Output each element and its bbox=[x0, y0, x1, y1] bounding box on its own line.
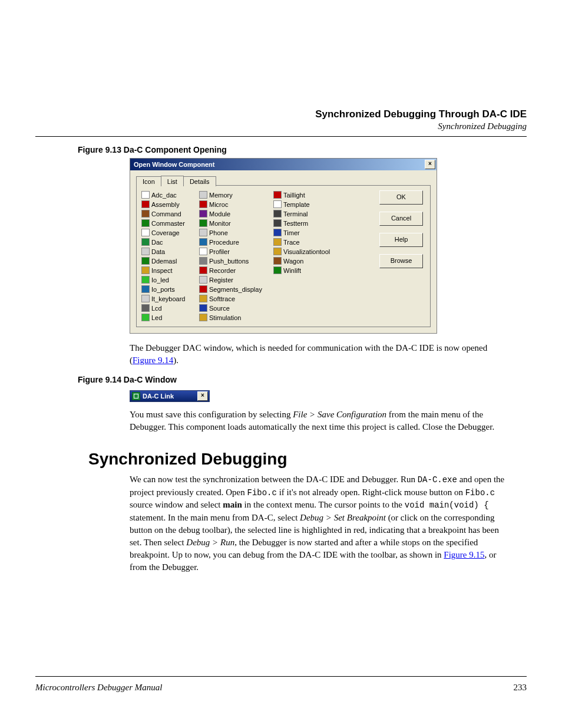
component-item-assembly[interactable]: Assembly bbox=[141, 200, 196, 209]
code: DA-C.exe bbox=[418, 475, 457, 485]
component-item-dac[interactable]: Dac bbox=[141, 238, 196, 246]
component-item-procedure[interactable]: Procedure bbox=[199, 238, 270, 246]
paragraph-3: We can now test the synchronization betw… bbox=[130, 473, 509, 574]
component-item-phone[interactable]: Phone bbox=[199, 228, 270, 237]
component-item-commaster[interactable]: Commaster bbox=[141, 219, 196, 228]
component-label: Adc_dac bbox=[151, 192, 177, 199]
component-icon bbox=[141, 266, 150, 274]
component-label: Inspect bbox=[151, 267, 172, 274]
component-item-ddemasl[interactable]: Ddemasl bbox=[141, 256, 196, 265]
component-icon bbox=[199, 210, 207, 218]
code: Fibo.c bbox=[247, 488, 277, 498]
component-label: Recorder bbox=[209, 267, 236, 274]
component-label: Ddemasl bbox=[151, 258, 177, 265]
component-item-command[interactable]: Command bbox=[141, 209, 196, 218]
figure-915-link[interactable]: Figure 9.15 bbox=[444, 550, 484, 559]
header-section: Synchronized Debugging bbox=[35, 121, 527, 131]
component-label: Commaster bbox=[151, 220, 185, 227]
component-item-module[interactable]: Module bbox=[199, 209, 270, 218]
ok-button[interactable]: OK bbox=[379, 190, 423, 205]
dialog-body: Adc_dacAssemblyCommandCommasterCoverageD… bbox=[136, 185, 431, 327]
component-label: Register bbox=[209, 276, 233, 284]
component-item-register[interactable]: Register bbox=[199, 275, 270, 284]
component-icon bbox=[141, 219, 150, 227]
text: statement. In the main menu from DA-C, s… bbox=[130, 513, 300, 522]
component-item-it_keyboard[interactable]: It_keyboard bbox=[141, 294, 196, 303]
component-icon bbox=[273, 257, 282, 265]
text: You must save this configuration by sele… bbox=[130, 410, 293, 419]
component-item-softtrace[interactable]: Softtrace bbox=[199, 294, 270, 303]
component-item-segments_display[interactable]: Segments_display bbox=[199, 285, 270, 294]
component-item-inspect[interactable]: Inspect bbox=[141, 266, 196, 275]
component-label: Visualizationtool bbox=[283, 248, 330, 255]
component-item-timer[interactable]: Timer bbox=[273, 228, 338, 237]
component-item-data[interactable]: Data bbox=[141, 247, 196, 256]
component-icon bbox=[141, 314, 150, 321]
component-item-template[interactable]: Template bbox=[273, 200, 338, 209]
cancel-button[interactable]: Cancel bbox=[379, 212, 423, 226]
component-icon bbox=[199, 285, 207, 293]
component-item-coverage[interactable]: Coverage bbox=[141, 228, 196, 237]
component-label: Led bbox=[151, 314, 162, 321]
component-icon bbox=[273, 219, 282, 227]
component-item-microc[interactable]: Microc bbox=[199, 200, 270, 209]
text: ). bbox=[173, 355, 178, 365]
code: Fibo.c bbox=[465, 488, 495, 498]
component-item-io_led[interactable]: Io_led bbox=[141, 275, 196, 284]
figure-914-link[interactable]: Figure 9.14 bbox=[133, 355, 173, 365]
component-icon bbox=[199, 295, 207, 302]
component-item-terminal[interactable]: Terminal bbox=[273, 209, 338, 218]
component-item-push_buttons[interactable]: Push_buttons bbox=[199, 256, 270, 265]
component-icon bbox=[273, 191, 282, 199]
help-button[interactable]: Help bbox=[379, 233, 423, 247]
component-item-monitor[interactable]: Monitor bbox=[199, 219, 270, 228]
component-item-wagon[interactable]: Wagon bbox=[273, 256, 338, 265]
component-label: Coverage bbox=[151, 229, 180, 236]
component-item-trace[interactable]: Trace bbox=[273, 238, 338, 246]
text: source window and select bbox=[130, 500, 223, 509]
component-icon bbox=[273, 229, 282, 236]
component-icon bbox=[199, 200, 207, 208]
tab-list[interactable]: List bbox=[161, 176, 184, 186]
code: void main(void) { bbox=[405, 500, 489, 510]
component-item-stimulation[interactable]: Stimulation bbox=[199, 313, 270, 322]
component-label: Io_ports bbox=[151, 286, 175, 293]
component-item-lcd[interactable]: Lcd bbox=[141, 304, 196, 312]
component-label: Terminal bbox=[283, 210, 308, 218]
component-item-recorder[interactable]: Recorder bbox=[199, 266, 270, 275]
open-window-component-dialog: Open Window Component × Icon List Detail… bbox=[130, 158, 437, 334]
component-label: Template bbox=[283, 201, 310, 208]
component-label: Softtrace bbox=[209, 295, 235, 302]
component-item-source[interactable]: Source bbox=[199, 304, 270, 312]
component-item-memory[interactable]: Memory bbox=[199, 190, 270, 199]
component-item-adc_dac[interactable]: Adc_dac bbox=[141, 190, 196, 199]
tab-icon[interactable]: Icon bbox=[136, 176, 161, 186]
close-icon[interactable]: × bbox=[197, 391, 208, 401]
component-label: Testterm bbox=[283, 220, 308, 227]
dialog-tabs: Icon List Details bbox=[136, 175, 437, 185]
text: if it's not already open. Right-click mo… bbox=[277, 487, 465, 497]
component-icon bbox=[273, 200, 282, 208]
component-label: Profiler bbox=[209, 248, 230, 255]
component-icon bbox=[141, 229, 150, 236]
component-icon bbox=[199, 248, 207, 255]
component-icon bbox=[141, 210, 150, 218]
component-item-taillight[interactable]: Taillight bbox=[273, 190, 338, 199]
browse-button[interactable]: Browse bbox=[379, 254, 423, 268]
component-label: Module bbox=[209, 210, 230, 218]
dac-link-window: DA-C Link × bbox=[130, 390, 210, 402]
component-item-profiler[interactable]: Profiler bbox=[199, 247, 270, 256]
tab-details[interactable]: Details bbox=[183, 176, 216, 186]
component-label: Wagon bbox=[283, 258, 303, 265]
bold: main bbox=[223, 500, 242, 509]
component-item-testterm[interactable]: Testterm bbox=[273, 219, 338, 228]
component-item-visualizationtool[interactable]: Visualizationtool bbox=[273, 247, 338, 256]
component-label: Segments_display bbox=[209, 286, 262, 293]
component-label: Source bbox=[209, 305, 230, 312]
component-label: Taillight bbox=[283, 192, 305, 199]
close-icon[interactable]: × bbox=[425, 160, 435, 169]
component-item-winlift[interactable]: Winlift bbox=[273, 266, 338, 275]
component-item-io_ports[interactable]: Io_ports bbox=[141, 285, 196, 294]
component-item-led[interactable]: Led bbox=[141, 313, 196, 322]
component-icon bbox=[199, 229, 207, 236]
